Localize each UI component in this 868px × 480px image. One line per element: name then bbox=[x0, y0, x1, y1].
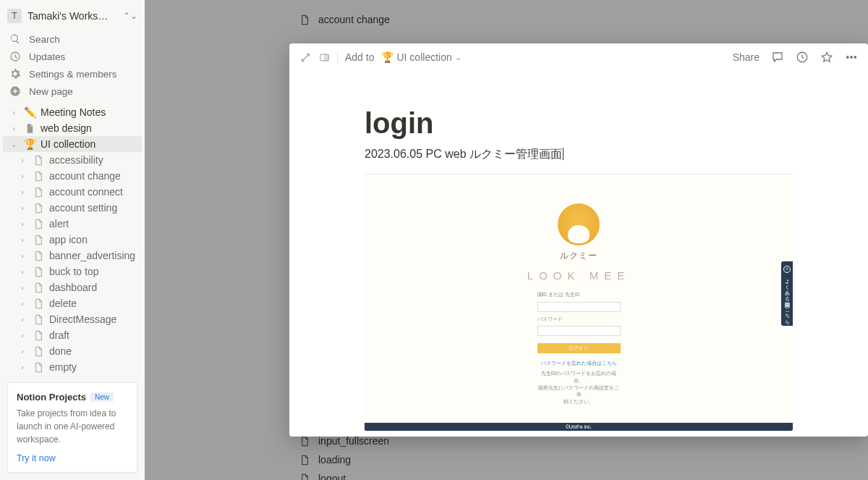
page-icon bbox=[32, 233, 45, 246]
tree-label: account setting bbox=[49, 202, 117, 214]
tree-label: account change bbox=[49, 170, 121, 182]
page-icon bbox=[32, 249, 45, 262]
tree-item[interactable]: ›alert bbox=[3, 216, 142, 232]
tree-label: app icon bbox=[49, 234, 88, 245]
workspace-avatar: T bbox=[7, 9, 22, 23]
tree-item-ui-collection[interactable]: ⌄ 🏆 UI collection bbox=[3, 136, 142, 152]
trophy-icon: 🏆 bbox=[381, 51, 393, 63]
page-icon bbox=[23, 122, 36, 135]
gear-icon bbox=[9, 67, 22, 80]
tree-item[interactable]: ›delete bbox=[3, 295, 142, 311]
new-badge: New bbox=[90, 392, 114, 402]
chevron-right-icon[interactable]: › bbox=[16, 185, 29, 198]
embedded-screenshot: ルクミー LOOK MEE 園ID または 先生ID パスワード ログイン パス… bbox=[365, 177, 793, 431]
chevron-right-icon[interactable]: › bbox=[16, 265, 29, 278]
trophy-icon: 🏆 bbox=[23, 138, 36, 150]
tree-item[interactable]: ›app icon bbox=[3, 232, 142, 248]
chevron-right-icon[interactable]: › bbox=[7, 122, 20, 135]
page-icon bbox=[32, 265, 45, 278]
settings-label: Settings & members bbox=[29, 69, 117, 80]
tree-label: DirectMessage bbox=[49, 313, 116, 325]
chevron-down-icon: ⌄ bbox=[455, 53, 461, 62]
help-note: 先生IDのパスワードをお忘れの場合、 園長先生にパスワードの再設定をご依 頼くだ… bbox=[537, 370, 621, 405]
search-button[interactable]: Search bbox=[3, 30, 142, 48]
updates-button[interactable]: Updates bbox=[3, 48, 142, 65]
new-page-button[interactable]: New page bbox=[3, 83, 142, 100]
chevron-right-icon[interactable]: › bbox=[16, 201, 29, 214]
forgot-password-link[interactable]: パスワードを忘れた場合はこちら bbox=[537, 361, 621, 367]
tree-item[interactable]: ›account change bbox=[3, 168, 142, 184]
faq-tab[interactable]: ?よくある質問はこちら bbox=[781, 261, 793, 326]
promo-cta-link[interactable]: Try it now bbox=[17, 453, 128, 463]
workspace-switcher[interactable]: T Tamaki's Works… ⌃⌄ bbox=[0, 6, 145, 30]
updates-label: Updates bbox=[29, 51, 65, 62]
chevron-right-icon[interactable]: › bbox=[16, 361, 29, 374]
password-input[interactable] bbox=[537, 326, 621, 336]
page-icon bbox=[32, 313, 45, 326]
search-icon bbox=[9, 33, 22, 46]
page-icon bbox=[32, 217, 45, 230]
login-button[interactable]: ログイン bbox=[537, 343, 621, 353]
tree-label: buck to top bbox=[49, 266, 99, 277]
star-icon[interactable] bbox=[820, 51, 833, 64]
tree-label: accessibility bbox=[49, 154, 103, 166]
peek-mode-icon[interactable] bbox=[318, 51, 330, 63]
add-to-label: Add to bbox=[345, 51, 374, 63]
tree-item[interactable]: ›done bbox=[3, 343, 142, 359]
chevron-right-icon[interactable]: › bbox=[16, 217, 29, 230]
tree-item[interactable]: ›account connect bbox=[3, 184, 142, 200]
chevron-right-icon[interactable]: › bbox=[16, 281, 29, 294]
pencil-icon: ✏️ bbox=[23, 106, 36, 118]
page-subtitle[interactable]: 2023.06.05 PC web ルクミー管理画面 bbox=[365, 147, 793, 169]
brand-logo-icon bbox=[558, 203, 600, 245]
id-input[interactable] bbox=[537, 302, 621, 312]
chevron-right-icon[interactable]: › bbox=[16, 169, 29, 182]
tree-item[interactable]: ›draft bbox=[3, 327, 142, 343]
tree-item-meeting-notes[interactable]: › ✏️ Meeting Notes bbox=[3, 104, 142, 120]
chevron-right-icon[interactable]: › bbox=[16, 329, 29, 342]
promo-text: Take projects from idea to launch in one… bbox=[17, 407, 128, 446]
expand-icon[interactable] bbox=[299, 51, 311, 63]
chevron-down-icon[interactable]: ⌄ bbox=[7, 138, 20, 151]
tree-item[interactable]: ›empty bbox=[3, 359, 142, 375]
promo-title: Notion Projects bbox=[17, 392, 86, 403]
question-icon: ? bbox=[783, 266, 791, 273]
tree-label: delete bbox=[49, 298, 77, 309]
password-label: パスワード bbox=[537, 316, 621, 323]
svg-point-4 bbox=[851, 56, 853, 59]
tree-item[interactable]: ›accessibility bbox=[3, 152, 142, 168]
share-button[interactable]: Share bbox=[733, 51, 760, 63]
page-icon bbox=[32, 185, 45, 198]
tree-item-web-design[interactable]: › web design bbox=[3, 120, 142, 136]
breadcrumb-parent[interactable]: 🏆 UI collection ⌄ bbox=[381, 51, 461, 63]
chevron-right-icon[interactable]: › bbox=[16, 249, 29, 262]
more-icon[interactable] bbox=[845, 51, 858, 64]
chevron-right-icon[interactable]: › bbox=[16, 233, 29, 246]
clock-icon bbox=[9, 50, 22, 63]
tree-item[interactable]: ›DirectMessage bbox=[3, 311, 142, 327]
chevron-right-icon[interactable]: › bbox=[16, 297, 29, 310]
sidebar: T Tamaki's Works… ⌃⌄ Search Updates Sett… bbox=[0, 0, 145, 480]
tree-item[interactable]: ›buck to top bbox=[3, 264, 142, 279]
workspace-name: Tamaki's Works… bbox=[27, 10, 117, 22]
tree-label: done bbox=[49, 345, 72, 357]
page-icon bbox=[32, 153, 45, 167]
page-modal: Add to 🏆 UI collection ⌄ Share login bbox=[289, 43, 868, 437]
tree-item[interactable]: ›account setting bbox=[3, 200, 142, 216]
tree-item[interactable]: ›banner_advertising bbox=[3, 248, 142, 264]
brand-name-jp: ルクミー bbox=[560, 250, 597, 262]
comment-icon[interactable] bbox=[771, 51, 784, 64]
tree-label: account connect bbox=[49, 186, 123, 198]
chevron-right-icon[interactable]: › bbox=[16, 153, 29, 167]
chevron-right-icon[interactable]: › bbox=[16, 313, 29, 326]
page-title[interactable]: login bbox=[365, 107, 793, 140]
modal-toolbar: Add to 🏆 UI collection ⌄ Share bbox=[289, 43, 868, 71]
svg-point-5 bbox=[854, 56, 856, 59]
history-icon[interactable] bbox=[796, 51, 809, 64]
breadcrumb-parent-label: UI collection bbox=[396, 51, 451, 63]
tree-item[interactable]: ›dashboard bbox=[3, 279, 142, 295]
svg-point-3 bbox=[846, 56, 848, 59]
settings-button[interactable]: Settings & members bbox=[3, 65, 142, 83]
chevron-right-icon[interactable]: › bbox=[7, 106, 20, 119]
chevron-right-icon[interactable]: › bbox=[16, 345, 29, 358]
